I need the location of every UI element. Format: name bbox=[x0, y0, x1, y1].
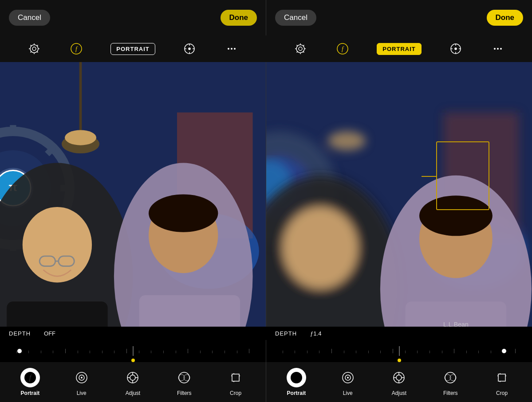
svg-point-74 bbox=[81, 377, 83, 379]
right-indicator-dot bbox=[398, 359, 401, 362]
svg-point-13 bbox=[299, 47, 302, 51]
left-adjust-icon bbox=[123, 368, 142, 387]
svg-point-92 bbox=[347, 377, 349, 379]
right-depth-panel: DEPTH ƒ1.4 bbox=[266, 330, 532, 337]
right-crop-label: Crop bbox=[496, 390, 508, 396]
svg-point-46 bbox=[23, 207, 92, 283]
left-live-label: Live bbox=[77, 390, 87, 396]
right-tick-marks bbox=[271, 349, 528, 353]
right-filters-label: Filters bbox=[443, 390, 458, 396]
right-photo-scene: L.L.Bean bbox=[266, 62, 532, 327]
svg-point-5 bbox=[189, 48, 190, 50]
svg-point-14 bbox=[296, 45, 304, 53]
right-tool-portrait[interactable]: Portrait bbox=[283, 368, 310, 396]
left-done-button[interactable]: Done bbox=[221, 10, 257, 26]
top-bar: Cancel Done Cancel Done bbox=[0, 0, 532, 35]
svg-rect-53 bbox=[7, 301, 107, 327]
right-gear-icon[interactable] bbox=[292, 41, 308, 57]
face-detection-box bbox=[436, 141, 489, 210]
left-gear-icon[interactable] bbox=[26, 41, 42, 57]
right-f-circle-icon[interactable]: f bbox=[335, 41, 351, 57]
right-depth-label: DEPTH bbox=[275, 330, 297, 337]
svg-text:L.L.Bean: L.L.Bean bbox=[443, 321, 469, 327]
right-portrait-button[interactable]: PORTRAIT bbox=[377, 43, 421, 55]
svg-rect-102 bbox=[498, 374, 505, 381]
svg-point-94 bbox=[396, 375, 402, 380]
svg-point-25 bbox=[500, 48, 502, 50]
svg-point-23 bbox=[494, 48, 496, 50]
right-ellipsis-icon[interactable] bbox=[490, 41, 506, 57]
right-depth-value: ƒ1.4 bbox=[310, 330, 321, 337]
right-adjust-icon bbox=[389, 368, 409, 387]
svg-rect-40 bbox=[79, 62, 82, 138]
left-filters-label: Filters bbox=[177, 390, 192, 396]
right-bottom-panel: Portrait Live bbox=[266, 362, 532, 402]
right-crop-icon bbox=[492, 368, 512, 387]
left-tool-portrait[interactable]: f f Portrait bbox=[17, 368, 43, 396]
left-slider-thumb[interactable] bbox=[17, 349, 22, 353]
left-depth-value: OFF bbox=[44, 330, 55, 337]
right-tool-live[interactable]: Live bbox=[335, 368, 361, 396]
right-slider-panel[interactable] bbox=[266, 340, 532, 362]
left-crop-label: Crop bbox=[230, 390, 241, 396]
slider-section bbox=[0, 340, 532, 362]
svg-point-52 bbox=[149, 195, 218, 232]
left-slider-panel[interactable] bbox=[0, 340, 266, 362]
right-live-icon bbox=[338, 368, 358, 387]
right-adjust-label: Adjust bbox=[392, 390, 406, 396]
left-tool-live[interactable]: Live bbox=[68, 368, 95, 396]
depth-section: DEPTH OFF DEPTH ƒ1.4 bbox=[0, 327, 532, 340]
svg-point-24 bbox=[497, 48, 499, 50]
left-depth-label: DEPTH bbox=[9, 330, 31, 337]
svg-rect-54 bbox=[139, 295, 240, 327]
svg-text:f: f bbox=[342, 46, 344, 52]
left-photo-scene: π bbox=[0, 62, 266, 327]
right-portrait-icon bbox=[287, 368, 306, 387]
left-f-circle-icon[interactable]: f bbox=[68, 41, 84, 57]
right-toolbar: f PORTRAIT bbox=[266, 35, 532, 62]
right-tool-filters[interactable]: Filters bbox=[437, 368, 464, 396]
left-cancel-button[interactable]: Cancel bbox=[9, 10, 50, 26]
right-compass-icon[interactable] bbox=[448, 41, 464, 57]
left-portrait-button[interactable]: PORTRAIT bbox=[110, 43, 155, 55]
left-live-icon bbox=[72, 368, 91, 387]
svg-point-76 bbox=[130, 375, 135, 380]
left-adjust-label: Adjust bbox=[126, 390, 140, 396]
right-tool-adjust[interactable]: Adjust bbox=[386, 368, 412, 396]
left-portrait-icon: f f bbox=[20, 368, 40, 387]
right-filters-icon bbox=[441, 368, 460, 387]
left-bottom-panel: f f Portrait Live bbox=[0, 362, 266, 402]
left-indicator-dot bbox=[131, 359, 135, 362]
svg-rect-84 bbox=[232, 374, 239, 381]
left-tick-marks bbox=[4, 349, 261, 353]
svg-text:f: f bbox=[75, 46, 78, 52]
svg-point-81 bbox=[179, 372, 189, 383]
svg-point-1 bbox=[30, 45, 38, 53]
left-tool-crop[interactable]: Crop bbox=[222, 368, 249, 396]
right-panel-top: Cancel Done bbox=[266, 0, 532, 35]
svg-point-42 bbox=[65, 130, 96, 145]
right-done-button[interactable]: Done bbox=[487, 10, 524, 26]
svg-point-11 bbox=[231, 48, 233, 50]
left-tool-adjust[interactable]: Adjust bbox=[119, 368, 146, 396]
svg-point-60 bbox=[328, 131, 366, 150]
svg-point-12 bbox=[234, 48, 236, 50]
left-portrait-label: Portrait bbox=[21, 390, 40, 396]
toolbar-row: f PORTRAIT bbox=[0, 35, 532, 62]
right-portrait-label: Portrait bbox=[287, 390, 306, 396]
bottom-toolbar: f f Portrait Live bbox=[0, 362, 532, 402]
photo-area: π bbox=[0, 62, 532, 327]
left-tool-filters[interactable]: Filters bbox=[171, 368, 197, 396]
svg-point-18 bbox=[455, 48, 457, 50]
svg-point-89 bbox=[291, 372, 302, 383]
left-filters-icon bbox=[174, 368, 194, 387]
right-live-label: Live bbox=[343, 390, 353, 396]
svg-point-0 bbox=[32, 47, 36, 51]
left-ellipsis-icon[interactable] bbox=[224, 41, 240, 57]
svg-point-63 bbox=[283, 207, 359, 289]
right-tool-crop[interactable]: Crop bbox=[489, 368, 515, 396]
left-compass-icon[interactable] bbox=[181, 41, 197, 57]
right-cancel-button[interactable]: Cancel bbox=[275, 10, 316, 26]
svg-point-99 bbox=[445, 372, 456, 383]
left-depth-panel: DEPTH OFF bbox=[0, 330, 266, 337]
